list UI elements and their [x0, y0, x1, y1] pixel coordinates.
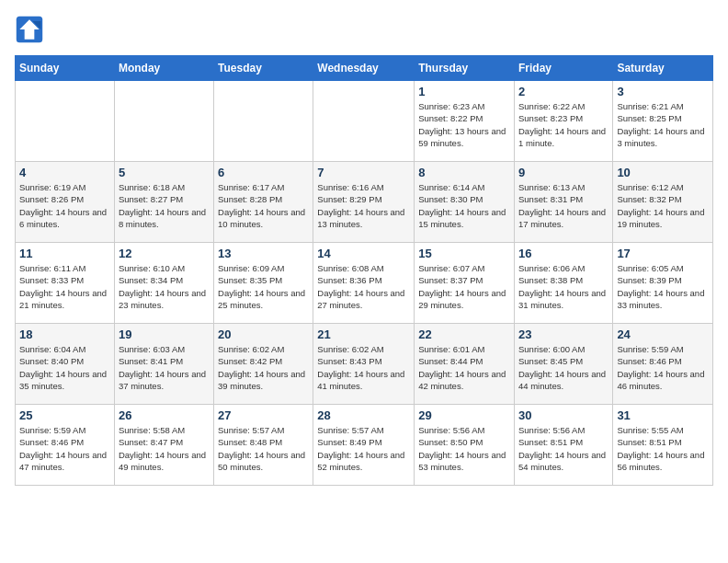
day-number: 14 [317, 247, 410, 260]
day-info: Sunrise: 6:17 AM Sunset: 8:28 PM Dayligh… [218, 181, 309, 230]
logo-icon [15, 15, 44, 44]
day-info: Sunrise: 6:16 AM Sunset: 8:29 PM Dayligh… [317, 181, 410, 230]
day-number: 7 [317, 166, 410, 179]
day-info: Sunrise: 6:22 AM Sunset: 8:23 PM Dayligh… [518, 100, 609, 149]
day-number: 1 [418, 85, 510, 98]
day-number: 23 [518, 327, 609, 341]
calendar-cell: 24Sunrise: 5:59 AM Sunset: 8:46 PM Dayli… [613, 324, 713, 405]
day-number: 4 [19, 166, 110, 179]
day-info: Sunrise: 6:19 AM Sunset: 8:26 PM Dayligh… [19, 181, 110, 230]
calendar-cell: 10Sunrise: 6:12 AM Sunset: 8:32 PM Dayli… [613, 162, 713, 243]
calendar-cell: 26Sunrise: 5:58 AM Sunset: 8:47 PM Dayli… [114, 405, 213, 486]
calendar-cell: 16Sunrise: 6:06 AM Sunset: 8:38 PM Dayli… [514, 243, 612, 324]
day-info: Sunrise: 6:12 AM Sunset: 8:32 PM Dayligh… [617, 181, 709, 230]
day-info: Sunrise: 5:58 AM Sunset: 8:47 PM Dayligh… [119, 424, 210, 473]
weekday-header: Saturday [613, 56, 713, 81]
day-number: 10 [617, 166, 709, 179]
calendar-cell: 9Sunrise: 6:13 AM Sunset: 8:31 PM Daylig… [514, 162, 612, 243]
day-info: Sunrise: 6:09 AM Sunset: 8:35 PM Dayligh… [218, 262, 309, 311]
calendar-cell: 4Sunrise: 6:19 AM Sunset: 8:26 PM Daylig… [16, 162, 115, 243]
calendar-cell [214, 81, 313, 162]
weekday-header: Wednesday [313, 56, 415, 81]
day-number: 25 [19, 408, 110, 422]
day-info: Sunrise: 6:21 AM Sunset: 8:25 PM Dayligh… [617, 100, 709, 149]
calendar-week-row: 25Sunrise: 5:59 AM Sunset: 8:46 PM Dayli… [16, 405, 713, 486]
calendar-table: SundayMondayTuesdayWednesdayThursdayFrid… [15, 55, 713, 486]
calendar-cell [16, 81, 115, 162]
calendar-week-row: 18Sunrise: 6:04 AM Sunset: 8:40 PM Dayli… [16, 324, 713, 405]
calendar-week-row: 4Sunrise: 6:19 AM Sunset: 8:26 PM Daylig… [16, 162, 713, 243]
calendar-cell: 20Sunrise: 6:02 AM Sunset: 8:42 PM Dayli… [214, 324, 313, 405]
calendar-cell: 21Sunrise: 6:02 AM Sunset: 8:43 PM Dayli… [313, 324, 415, 405]
day-info: Sunrise: 5:57 AM Sunset: 8:49 PM Dayligh… [317, 424, 410, 473]
calendar-cell [313, 81, 415, 162]
day-info: Sunrise: 6:10 AM Sunset: 8:34 PM Dayligh… [119, 262, 210, 311]
day-info: Sunrise: 6:02 AM Sunset: 8:42 PM Dayligh… [218, 343, 309, 392]
day-number: 19 [119, 327, 210, 341]
day-number: 21 [317, 327, 410, 341]
calendar-cell: 13Sunrise: 6:09 AM Sunset: 8:35 PM Dayli… [214, 243, 313, 324]
day-info: Sunrise: 6:13 AM Sunset: 8:31 PM Dayligh… [518, 181, 609, 230]
day-number: 28 [317, 408, 410, 422]
day-info: Sunrise: 6:02 AM Sunset: 8:43 PM Dayligh… [317, 343, 410, 392]
calendar-cell: 15Sunrise: 6:07 AM Sunset: 8:37 PM Dayli… [415, 243, 515, 324]
calendar-cell: 22Sunrise: 6:01 AM Sunset: 8:44 PM Dayli… [415, 324, 515, 405]
calendar-cell: 8Sunrise: 6:14 AM Sunset: 8:30 PM Daylig… [415, 162, 515, 243]
day-number: 12 [119, 247, 210, 260]
calendar-cell [114, 81, 213, 162]
day-number: 6 [218, 166, 309, 179]
page-header [15, 15, 713, 44]
calendar-cell: 2Sunrise: 6:22 AM Sunset: 8:23 PM Daylig… [514, 81, 612, 162]
day-number: 27 [218, 408, 309, 422]
day-info: Sunrise: 5:56 AM Sunset: 8:50 PM Dayligh… [418, 424, 510, 473]
day-info: Sunrise: 6:11 AM Sunset: 8:33 PM Dayligh… [19, 262, 110, 311]
calendar-cell: 28Sunrise: 5:57 AM Sunset: 8:49 PM Dayli… [313, 405, 415, 486]
day-info: Sunrise: 5:55 AM Sunset: 8:51 PM Dayligh… [617, 424, 709, 473]
day-info: Sunrise: 6:06 AM Sunset: 8:38 PM Dayligh… [518, 262, 609, 311]
calendar-cell: 29Sunrise: 5:56 AM Sunset: 8:50 PM Dayli… [415, 405, 515, 486]
day-number: 11 [19, 247, 110, 260]
calendar-week-row: 1Sunrise: 6:23 AM Sunset: 8:22 PM Daylig… [16, 81, 713, 162]
calendar-cell: 12Sunrise: 6:10 AM Sunset: 8:34 PM Dayli… [114, 243, 213, 324]
calendar-cell: 17Sunrise: 6:05 AM Sunset: 8:39 PM Dayli… [613, 243, 713, 324]
calendar-week-row: 11Sunrise: 6:11 AM Sunset: 8:33 PM Dayli… [16, 243, 713, 324]
calendar-cell: 19Sunrise: 6:03 AM Sunset: 8:41 PM Dayli… [114, 324, 213, 405]
weekday-header: Tuesday [214, 56, 313, 81]
day-number: 26 [119, 408, 210, 422]
day-info: Sunrise: 6:03 AM Sunset: 8:41 PM Dayligh… [119, 343, 210, 392]
weekday-header: Friday [514, 56, 612, 81]
calendar-cell: 30Sunrise: 5:56 AM Sunset: 8:51 PM Dayli… [514, 405, 612, 486]
day-info: Sunrise: 6:05 AM Sunset: 8:39 PM Dayligh… [617, 262, 709, 311]
day-number: 24 [617, 327, 709, 341]
calendar-cell: 18Sunrise: 6:04 AM Sunset: 8:40 PM Dayli… [16, 324, 115, 405]
calendar-cell: 27Sunrise: 5:57 AM Sunset: 8:48 PM Dayli… [214, 405, 313, 486]
weekday-header: Monday [114, 56, 213, 81]
day-number: 3 [617, 85, 709, 98]
day-info: Sunrise: 5:56 AM Sunset: 8:51 PM Dayligh… [518, 424, 609, 473]
weekday-header: Thursday [415, 56, 515, 81]
day-number: 30 [518, 408, 609, 422]
calendar-cell: 14Sunrise: 6:08 AM Sunset: 8:36 PM Dayli… [313, 243, 415, 324]
calendar-cell: 7Sunrise: 6:16 AM Sunset: 8:29 PM Daylig… [313, 162, 415, 243]
day-info: Sunrise: 6:08 AM Sunset: 8:36 PM Dayligh… [317, 262, 410, 311]
day-info: Sunrise: 6:14 AM Sunset: 8:30 PM Dayligh… [418, 181, 510, 230]
day-number: 31 [617, 408, 709, 422]
day-info: Sunrise: 6:07 AM Sunset: 8:37 PM Dayligh… [418, 262, 510, 311]
calendar-cell: 1Sunrise: 6:23 AM Sunset: 8:22 PM Daylig… [415, 81, 515, 162]
day-number: 22 [418, 327, 510, 341]
day-number: 9 [518, 166, 609, 179]
calendar-cell: 31Sunrise: 5:55 AM Sunset: 8:51 PM Dayli… [613, 405, 713, 486]
day-number: 2 [518, 85, 609, 98]
calendar-cell: 3Sunrise: 6:21 AM Sunset: 8:25 PM Daylig… [613, 81, 713, 162]
day-info: Sunrise: 5:59 AM Sunset: 8:46 PM Dayligh… [617, 343, 709, 392]
calendar-cell: 11Sunrise: 6:11 AM Sunset: 8:33 PM Dayli… [16, 243, 115, 324]
day-info: Sunrise: 5:59 AM Sunset: 8:46 PM Dayligh… [19, 424, 110, 473]
day-number: 8 [418, 166, 510, 179]
calendar-cell: 23Sunrise: 6:00 AM Sunset: 8:45 PM Dayli… [514, 324, 612, 405]
day-number: 16 [518, 247, 609, 260]
day-number: 13 [218, 247, 309, 260]
day-number: 5 [119, 166, 210, 179]
day-number: 15 [418, 247, 510, 260]
calendar-cell: 6Sunrise: 6:17 AM Sunset: 8:28 PM Daylig… [214, 162, 313, 243]
day-number: 29 [418, 408, 510, 422]
